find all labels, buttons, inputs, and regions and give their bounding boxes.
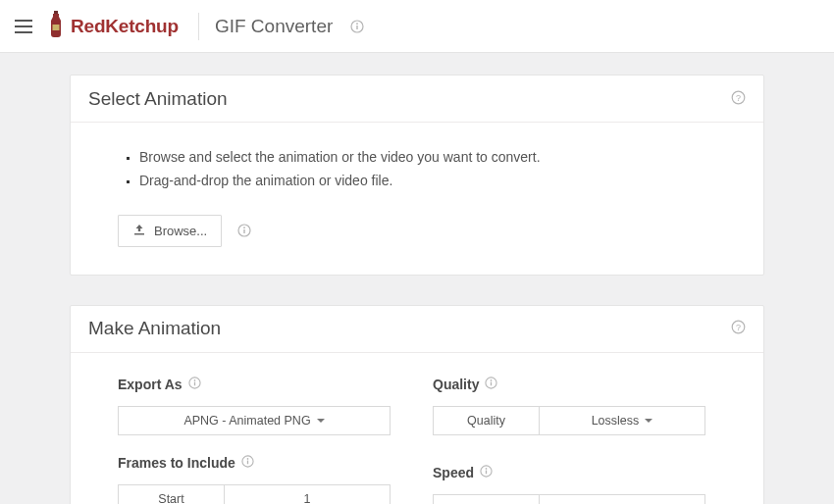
duration-label: Duration: [434, 495, 540, 504]
start-label: Start: [119, 485, 225, 504]
instruction-list: Browse and select the animation or the v…: [139, 146, 716, 193]
browse-row: Browse...: [118, 215, 716, 247]
svg-point-15: [246, 458, 248, 460]
panel-header: Select Animation ?: [71, 76, 763, 123]
panel-title: Make Animation: [88, 318, 221, 339]
ketchup-bottle-icon: [47, 9, 65, 43]
chevron-down-icon: [317, 419, 325, 423]
info-icon[interactable]: [350, 20, 364, 33]
info-icon[interactable]: [237, 224, 251, 237]
export-as-label: Export As: [118, 377, 401, 392]
svg-point-7: [243, 227, 245, 228]
label-text: Frames to Include: [118, 455, 235, 471]
frames-label: Frames to Include: [118, 455, 401, 471]
svg-point-12: [193, 379, 195, 381]
svg-rect-19: [491, 381, 492, 385]
help-icon[interactable]: ?: [731, 320, 746, 337]
svg-rect-13: [193, 381, 194, 385]
brand-name: RedKetchup: [71, 16, 179, 37]
topbar: RedKetchup GIF Converter: [0, 0, 834, 53]
hamburger-menu-icon[interactable]: [12, 15, 35, 38]
start-input[interactable]: 1: [225, 485, 390, 504]
info-icon[interactable]: [485, 377, 497, 392]
duration-row: Duration 0.00 second: [433, 494, 705, 504]
svg-rect-3: [357, 25, 358, 29]
right-column: Quality Quality Lossless Speed: [433, 377, 716, 504]
svg-text:?: ?: [736, 93, 741, 103]
duration-input[interactable]: 0.00 second: [540, 495, 704, 504]
info-icon[interactable]: [480, 465, 493, 480]
panel-body: Browse and select the animation or the v…: [71, 123, 763, 275]
browse-button-label: Browse...: [154, 224, 207, 238]
speed-label: Speed: [433, 465, 716, 480]
quality-label: Quality: [433, 377, 716, 392]
instruction-item: Drag-and-drop the animation or video fil…: [139, 170, 716, 193]
left-column: Export As APNG - Animated PNG Frames to …: [118, 377, 401, 504]
frames-start-row: Start 1: [118, 484, 391, 504]
browse-button[interactable]: Browse...: [118, 215, 222, 247]
quality-value: Lossless: [592, 414, 640, 428]
svg-rect-22: [486, 470, 487, 474]
make-animation-panel: Make Animation ? Export As APNG - Animat…: [70, 305, 764, 504]
select-animation-panel: Select Animation ? Browse and select the…: [70, 75, 764, 276]
upload-icon: [132, 223, 146, 239]
info-icon[interactable]: [241, 455, 254, 471]
quality-row: Quality Lossless: [433, 406, 705, 435]
header-divider: [198, 13, 199, 40]
svg-rect-0: [53, 25, 60, 30]
label-text: Quality: [433, 377, 479, 392]
form-grid: Export As APNG - Animated PNG Frames to …: [71, 353, 763, 504]
label-text: Export As: [118, 377, 182, 392]
panel-header: Make Animation ?: [71, 306, 763, 353]
info-icon[interactable]: [188, 377, 201, 392]
chevron-down-icon: [645, 419, 652, 423]
brand-logo[interactable]: RedKetchup: [47, 9, 179, 43]
svg-point-18: [491, 379, 493, 381]
export-as-select[interactable]: APNG - Animated PNG: [118, 406, 391, 435]
help-icon[interactable]: ?: [731, 90, 746, 108]
svg-point-2: [356, 23, 358, 25]
page-content: Select Animation ? Browse and select the…: [0, 53, 834, 504]
quality-row-label: Quality: [434, 407, 540, 434]
select-value: APNG - Animated PNG: [183, 414, 310, 428]
quality-select[interactable]: Lossless: [540, 407, 704, 434]
svg-point-21: [486, 468, 488, 470]
page-title: GIF Converter: [215, 16, 333, 37]
label-text: Speed: [433, 465, 474, 480]
instruction-item: Browse and select the animation or the v…: [139, 146, 716, 170]
panel-title: Select Animation: [88, 88, 228, 110]
svg-text:?: ?: [736, 323, 741, 332]
svg-rect-8: [243, 229, 244, 233]
svg-rect-16: [247, 460, 248, 464]
